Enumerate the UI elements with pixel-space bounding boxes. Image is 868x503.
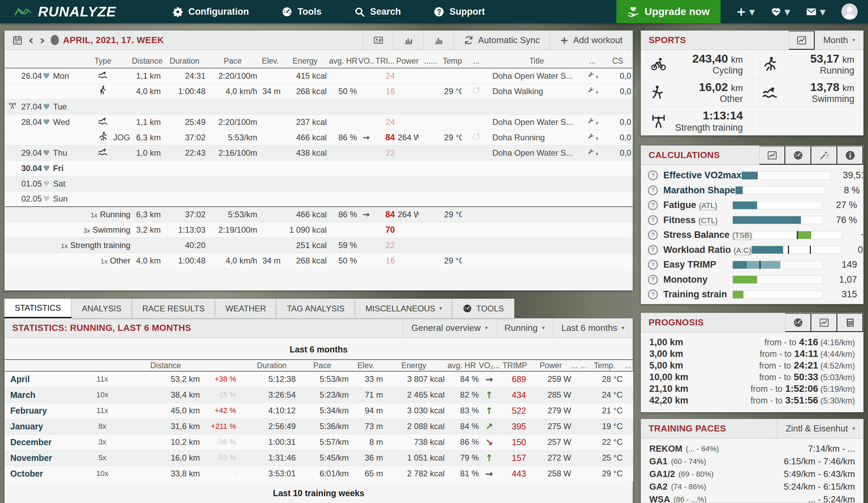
wand-button[interactable] — [811, 146, 837, 165]
wrench-icon[interactable] — [587, 71, 594, 79]
profile-card-button[interactable] — [363, 31, 393, 50]
wrench-icon[interactable] — [587, 148, 594, 156]
hand-heart-icon — [627, 6, 639, 18]
cell-month[interactable]: January — [5, 419, 73, 434]
sports-period-select[interactable]: Month ▾ — [815, 31, 863, 50]
wrench-icon[interactable] — [587, 86, 594, 94]
cell-day-flag — [5, 191, 20, 207]
strength-icon — [9, 102, 17, 109]
calculator-button[interactable] — [837, 313, 863, 332]
cell-cs: 0,0 — [603, 68, 632, 84]
cell-month[interactable]: November — [5, 450, 73, 466]
filter-select-last-6-months[interactable]: Last 6 months▾ — [553, 318, 632, 337]
cell-dots — [571, 403, 587, 419]
automatic-sync-button[interactable]: Automatic Sync — [454, 31, 550, 50]
calc-value: 149 — [823, 259, 857, 270]
nav-item-search[interactable]: Search — [354, 7, 401, 17]
help-icon[interactable]: ? — [648, 290, 658, 300]
help-icon[interactable]: ? — [648, 260, 658, 270]
calendar-panel: ‹ › APRIL, 2021, 17. WEEK — [4, 30, 633, 291]
workout-title-link[interactable]: Doha Open Water S... — [492, 71, 572, 81]
chart-line-button[interactable] — [788, 31, 815, 50]
add-menu[interactable]: +▾ — [736, 6, 755, 18]
tab-miscellaneous[interactable]: MISCELLANEOUS▾ — [355, 299, 453, 318]
tab-analysis[interactable]: ANALYSIS — [72, 299, 132, 318]
prognosis-rows: 1,00 kmfrom - to4:16(4:16/km)3,00 kmfrom… — [641, 332, 863, 406]
cell-month[interactable]: February — [5, 403, 73, 419]
sport-item-other[interactable]: 16,02kmOther — [641, 78, 752, 107]
nav-item-tools[interactable]: Tools — [282, 7, 321, 17]
sport-item-strength-training[interactable]: 1:13:14Strength training — [641, 107, 752, 135]
sport-item-cycling[interactable]: 243,40kmCycling — [641, 50, 752, 78]
cell-dots — [418, 191, 443, 207]
prev-week-icon[interactable]: ‹ — [28, 35, 34, 45]
id-card-icon — [373, 35, 383, 45]
filter-select-running[interactable]: Running▾ — [496, 318, 553, 337]
cell-date: 01.05♥Sat — [20, 176, 94, 191]
wrench-icon[interactable] — [587, 117, 594, 125]
chart-line-button[interactable] — [811, 313, 837, 332]
cell-power: 279 W — [530, 403, 571, 419]
filter-select-general-overview[interactable]: General overview▾ — [403, 318, 496, 337]
help-icon[interactable]: ? — [648, 215, 658, 225]
sport-item-swimming[interactable]: 13,78kmSwimming — [752, 78, 864, 107]
help-icon[interactable]: ? — [648, 200, 658, 210]
workout-title-link[interactable]: Doha Running — [492, 133, 545, 142]
help-icon[interactable]: ? — [648, 245, 658, 255]
workout-title-link[interactable]: Doha Open Water S... — [492, 117, 572, 127]
tab-tag-analysis[interactable]: TAG ANALYSIS — [277, 299, 355, 318]
brand[interactable]: RUNALYZE — [14, 4, 116, 20]
swim-icon[interactable] — [98, 116, 108, 126]
today-icon[interactable] — [51, 35, 59, 45]
chart-line-button[interactable] — [759, 146, 785, 165]
cell-cs: 0,0 — [603, 130, 632, 145]
add-workout-button[interactable]: + Add workout — [550, 31, 632, 50]
cell-dots — [418, 130, 443, 145]
cell-month[interactable]: April — [5, 371, 73, 387]
cell-c-pace — [207, 176, 259, 191]
cell-avg-hr: 84 % — [445, 419, 479, 434]
tab-tools[interactable]: TOOLS — [453, 299, 515, 318]
nav-item-configuration[interactable]: Configuration — [173, 7, 249, 17]
avatar[interactable] — [841, 3, 858, 20]
walk-icon[interactable] — [98, 85, 108, 95]
swim-icon[interactable] — [98, 70, 108, 80]
tacho-button[interactable] — [785, 146, 811, 165]
chart-button-2[interactable] — [423, 31, 454, 50]
run-icon[interactable] — [98, 132, 108, 141]
paces-scheme-select[interactable]: Zintl & Eisenhut ▾ — [777, 419, 863, 438]
cell-energy: 3 807 kcal — [383, 371, 445, 387]
cell-vo2-trend: ↑ — [479, 450, 499, 466]
sport-item-running[interactable]: 53,17kmRunning — [752, 50, 864, 78]
cell-duration: 1:00:31 — [248, 434, 296, 450]
tacho-button[interactable] — [785, 313, 811, 332]
workout-title-link[interactable]: Doha Open Water S... — [492, 148, 572, 157]
next-week-icon[interactable]: › — [40, 35, 45, 45]
cell-c-duration: 22:43 — [162, 145, 207, 160]
calendar-title[interactable]: APRIL, 2021, 17. WEEK — [63, 35, 164, 45]
calendar-icon[interactable] — [12, 35, 23, 45]
messages-menu[interactable]: ▾ — [806, 6, 826, 18]
swim-icon[interactable] — [98, 147, 108, 157]
help-icon[interactable]: ? — [648, 230, 658, 240]
nav-menu: ConfigurationToolsSearchSupport — [173, 7, 485, 17]
nav-item-support[interactable]: Support — [434, 7, 485, 17]
tab-race-results[interactable]: RACE RESULTS — [132, 299, 215, 318]
workout-title-link[interactable]: Doha Walking — [492, 86, 543, 96]
chart-button-1[interactable] — [393, 31, 423, 50]
help-icon[interactable]: ? — [648, 275, 658, 285]
cell-pace: 6:01/km — [296, 466, 349, 481]
help-icon[interactable]: ? — [648, 186, 658, 196]
cell-month[interactable]: October — [5, 466, 73, 481]
info-button[interactable] — [837, 146, 863, 165]
upgrade-button[interactable]: Upgrade now — [617, 0, 721, 23]
cell-cs: 0,0 — [603, 145, 632, 160]
prognosis-row: 5,00 kmfrom - to24:21(4:52/km) — [649, 360, 855, 371]
wrench-icon[interactable] — [587, 133, 594, 140]
help-icon[interactable]: ? — [648, 170, 658, 180]
cell-month[interactable]: December — [5, 434, 73, 450]
health-menu[interactable]: ▾ — [771, 6, 790, 18]
cell-month[interactable]: March — [5, 387, 73, 403]
tab-statistics[interactable]: STATISTICS — [4, 299, 72, 318]
tab-weather[interactable]: WEATHER — [215, 299, 277, 318]
